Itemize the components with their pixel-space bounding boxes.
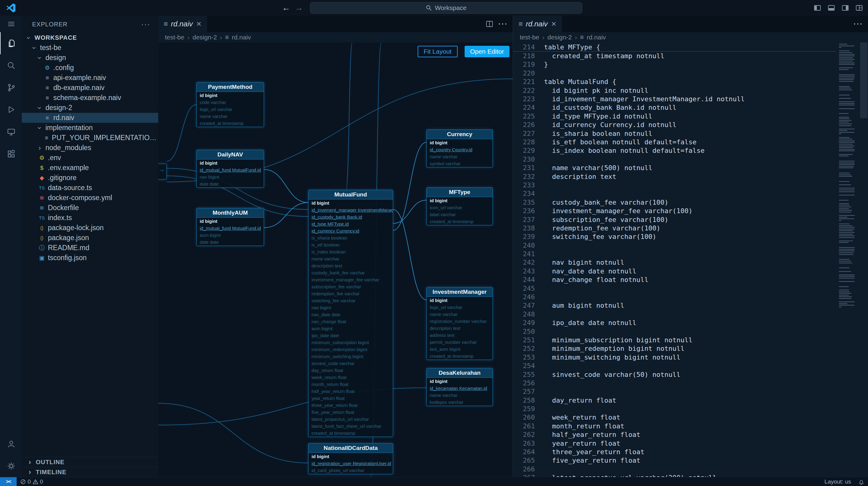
diagram-table-dailynav[interactable]: DailyNAVid bigintid_mutual_fund MutualFu… [196,150,264,188]
timeline-section-header[interactable]: › TIMELINE [22,467,158,477]
tree-item-test-be[interactable]: ›test-be [22,43,158,53]
settings-button[interactable] [0,455,22,477]
code-line-220[interactable]: 220 [513,69,836,77]
code-line-219[interactable]: 219} [513,60,836,69]
accounts-button[interactable] [0,433,22,455]
code-line-230[interactable]: 230 [513,155,836,163]
code-line-259[interactable]: 259 [513,404,836,413]
tab-rd-naiv[interactable]: ≡ rd.naiv × [513,16,562,32]
code-line-233[interactable]: 233 [513,181,836,189]
fit-layout-button[interactable]: Fit Layout [417,46,458,57]
er-diagram-canvas[interactable]: PaymentMethodid bigintcode varcharlogo_u… [158,42,513,477]
tree-item-env[interactable]: ⚙.env [22,153,158,163]
diagram-table-clipped[interactable]: .id [158,164,167,180]
remote-indicator[interactable]: >< [0,477,17,486]
code-line-265[interactable]: 265 five_year_return float [513,456,836,465]
tree-item-schema-example-naiv[interactable]: ≡schema-example.naiv [22,93,158,103]
tab-rd-naiv[interactable]: ≡ rd.naiv × [158,16,208,32]
tree-item-tsconfig-json[interactable]: ▣tsconfig.json [22,253,158,263]
tree-item-design[interactable]: ›design [22,53,158,63]
split-editor-button[interactable] [486,20,493,28]
tree-item-dockerfile[interactable]: ≋Dockerfile [22,203,158,213]
more-actions-button[interactable]: ··· [498,20,508,29]
code-line-250[interactable]: 250 [513,327,836,336]
remote-explorer-activity-button[interactable] [0,121,22,143]
code-line-253[interactable]: 253 minimum_switching bigint notnull [513,353,836,361]
code-line-263[interactable]: 263 year_return float [513,439,836,448]
close-icon[interactable]: × [196,19,202,29]
code-line-235[interactable]: 235 custody_bank_fee varchar(100) [513,198,836,207]
code-line-231[interactable]: 231 name varchar(500) notnull [513,163,836,172]
search-activity-button[interactable] [0,54,22,77]
code-line-214[interactable]: 214table MFType { [513,43,836,52]
menu-button[interactable] [0,16,22,32]
code-line-258[interactable]: 258 day_return float [513,396,836,404]
code-line-252[interactable]: 252 minimum_redemption bigint notnull [513,344,836,353]
diagram-table-mutualfund[interactable]: MutualFundid bigintid_invement_manager I… [308,190,393,437]
breadcrumb-item[interactable]: test-be [165,34,184,41]
tree-item-data-source-ts[interactable]: TSdata-source.ts [22,183,158,193]
code-line-266[interactable]: 266 [513,465,836,473]
diagram-table-paymentmethod[interactable]: PaymentMethodid bigintcode varcharlogo_u… [196,82,264,127]
code-line-244[interactable]: 244 nav_change float notnull [513,276,836,284]
minimap[interactable] [838,44,857,477]
code-line-221[interactable]: 221table MutualFund { [513,78,836,86]
close-icon[interactable]: × [551,19,557,29]
diagram-table-monthlyaum[interactable]: MonthlyAUMid bigintid_mutual_fund Mutual… [196,208,264,246]
layout-status-item[interactable]: Layout: us [821,479,855,485]
code-line-237[interactable]: 237 subscription_fee varchar(100) [513,215,836,224]
tree-item-workspace[interactable]: ›WORKSPACE [22,33,158,43]
code-line-226[interactable]: 226 id_currency Currency.id notnull [513,121,836,129]
workspace-search-box[interactable]: Workspace [310,2,582,13]
code-line-241[interactable]: 241 [513,249,836,258]
tree-item-gitignore[interactable]: ◆.gitignore [22,173,158,183]
code-line-254[interactable]: 254 [513,361,836,370]
more-actions-button[interactable]: ··· [854,20,863,29]
diagram-table-desakelurahan[interactable]: DesaKelurahanid bigintid_kecamatan Kecam… [427,368,493,406]
forward-button[interactable]: → [294,3,303,13]
open-editor-button[interactable]: Open Editor [465,46,509,57]
code-line-240[interactable]: 240 [513,241,836,249]
code-line-245[interactable]: 245 [513,284,836,293]
tree-item-package-lock-json[interactable]: {}package-lock.json [22,223,158,233]
code-line-223[interactable]: 223 id_invement_manager InvestmentManage… [513,95,836,103]
tree-item-docker-compose-yml[interactable]: ≋docker-compose.yml [22,193,158,203]
toggle-panel-button[interactable] [826,3,836,13]
breadcrumb-item[interactable]: rd.naiv [232,34,251,41]
breadcrumb-item[interactable]: design-2 [192,34,217,41]
tree-item-design-2[interactable]: ›design-2 [22,103,158,113]
diagram-table-currency[interactable]: Currencyid bigintid_country Country.idna… [427,129,493,168]
code-line-232[interactable]: 232 description text [513,172,836,181]
tree-item-implementation[interactable]: ›implementation [22,123,158,133]
code-line-243[interactable]: 243 nav_date date notnull [513,267,836,275]
code-line-227[interactable]: 227 is_sharia boolean notnull [513,129,836,138]
tree-item-index-ts[interactable]: TSindex.ts [22,213,158,223]
code-line-257[interactable]: 257 [513,388,836,396]
code-line-255[interactable]: 255 sinvest_code varchar(50) notnull [513,370,836,379]
explorer-more-actions-button[interactable]: ··· [141,20,150,29]
toggle-secondary-sidebar-button[interactable] [840,3,850,13]
tree-item-node-modules[interactable]: ›node_modules [22,143,158,153]
code-line-242[interactable]: 242 nav bigint notnull [513,258,836,267]
tree-item-api-example-naiv[interactable]: ≡api-example.naiv [22,73,158,83]
code-line-228[interactable]: 228 is_etf boolean notnull default=false [513,138,836,146]
run-debug-activity-button[interactable] [0,98,22,121]
code-line-224[interactable]: 224 id_custody_bank Bank.id notnull [513,103,836,112]
tree-item-db-example-naiv[interactable]: ≡db-example.naiv [22,83,158,93]
breadcrumb-item[interactable]: rd.naiv [587,34,606,41]
customize-layout-button[interactable] [854,3,864,13]
code-line-229[interactable]: 229 is_index boolean notnull default=fal… [513,146,836,155]
outline-section-header[interactable]: › OUTLINE [22,457,158,467]
code-line-264[interactable]: 264 three_year_return float [513,448,836,456]
explorer-activity-button[interactable] [0,32,22,54]
diagram-table-investmentmanager[interactable]: InvestmentManagerid bigintlogo_url varch… [427,287,493,360]
tree-item-put-your-implementation-api-h[interactable]: ≡PUT_YOUR_IMPLEMENTATION_API_H… [22,133,158,143]
source-control-activity-button[interactable] [0,77,22,98]
code-line-251[interactable]: 251 minimum_subscription bigint notnull [513,336,836,344]
code-line-246[interactable]: 246 [513,293,836,301]
diagram-table-mftype[interactable]: MFTypeid biginticon_url varcharlabel var… [427,187,493,225]
code-line-249[interactable]: 249 ipo_date date notnull [513,318,836,327]
problems-status[interactable]: 0 0 [17,477,47,486]
code-line-248[interactable]: 248 [513,310,836,318]
tree-item-package-json[interactable]: {}package.json [22,233,158,243]
